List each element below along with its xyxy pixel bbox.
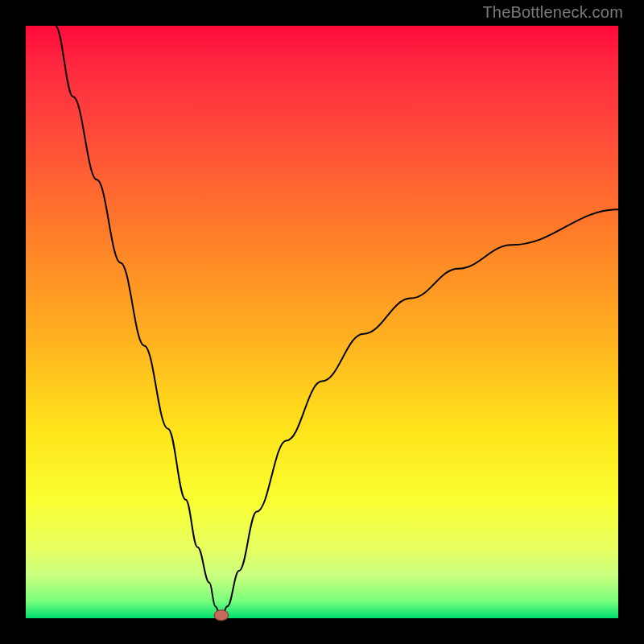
bottleneck-curve (56, 26, 618, 618)
marker-group (214, 610, 229, 621)
watermark-text: TheBottleneck.com (482, 3, 623, 22)
curve-group (56, 26, 618, 618)
plot-area (26, 26, 618, 618)
minimum-marker (214, 610, 229, 621)
chart-svg (26, 26, 618, 618)
chart-frame: TheBottleneck.com (0, 0, 644, 644)
